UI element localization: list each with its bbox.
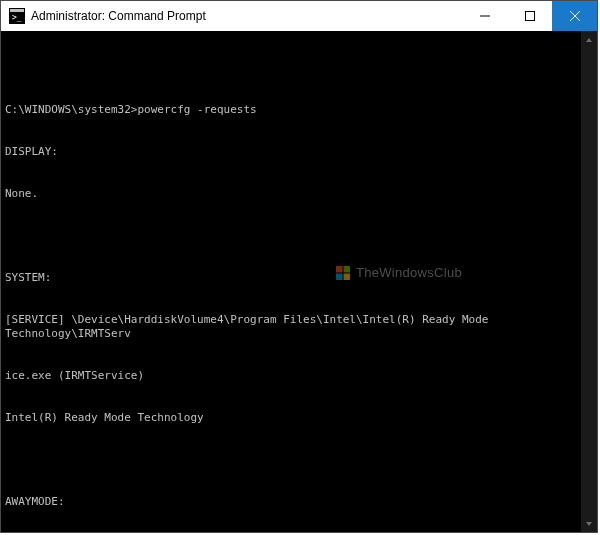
output-line <box>5 229 593 243</box>
output-line <box>5 453 593 467</box>
output-line <box>5 61 593 75</box>
svg-rect-4 <box>525 12 534 21</box>
cmd-icon: >_ <box>9 8 25 24</box>
svg-rect-8 <box>343 266 350 273</box>
command-prompt-window: >_ Administrator: Command Prompt C:\WIND… <box>0 0 598 533</box>
output-line: SYSTEM: <box>5 271 593 285</box>
scrollbar[interactable] <box>581 31 597 532</box>
close-button[interactable] <box>552 1 597 31</box>
scroll-up-icon[interactable] <box>581 31 597 48</box>
prompt-line: C:\WINDOWS\system32>powercfg -requests <box>5 103 593 117</box>
output-line: ice.exe (IRMTService) <box>5 369 593 383</box>
titlebar[interactable]: >_ Administrator: Command Prompt <box>1 1 597 31</box>
minimize-button[interactable] <box>462 1 507 31</box>
output-line: Intel(R) Ready Mode Technology <box>5 411 593 425</box>
windows-logo-icon <box>336 266 350 280</box>
svg-rect-9 <box>336 274 343 281</box>
watermark: TheWindowsClub <box>336 266 462 280</box>
maximize-button[interactable] <box>507 1 552 31</box>
svg-text:>_: >_ <box>12 13 22 22</box>
output-line: [SERVICE] \Device\HarddiskVolume4\Progra… <box>5 313 593 341</box>
window-title: Administrator: Command Prompt <box>31 9 462 23</box>
watermark-text: TheWindowsClub <box>356 266 462 280</box>
output-line: AWAYMODE: <box>5 495 593 509</box>
scroll-track[interactable] <box>581 48 597 515</box>
scroll-down-icon[interactable] <box>581 515 597 532</box>
output-line: DISPLAY: <box>5 145 593 159</box>
output-line: None. <box>5 187 593 201</box>
svg-rect-10 <box>343 274 350 281</box>
svg-rect-1 <box>10 9 24 12</box>
svg-rect-7 <box>336 266 343 273</box>
terminal-output[interactable]: C:\WINDOWS\system32>powercfg -requests D… <box>1 31 597 532</box>
